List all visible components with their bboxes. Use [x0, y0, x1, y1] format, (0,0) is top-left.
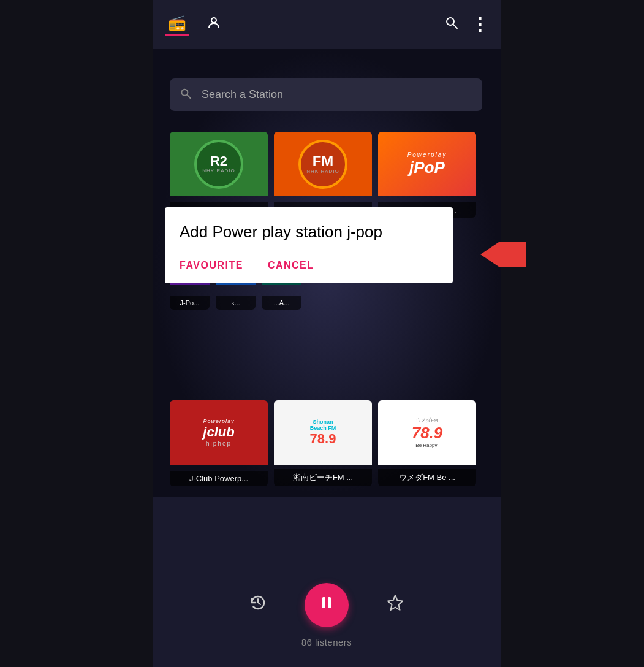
- station-shonan[interactable]: Shonan Beach FM 78.9 湘南ビーチFM ...: [274, 400, 372, 486]
- station-jpop-powerplay[interactable]: Powerplay jPoP J-Pop Powerpl...: [378, 132, 476, 218]
- side-right: [501, 0, 644, 667]
- svg-line-4: [188, 95, 191, 98]
- pause-icon: [317, 593, 336, 616]
- player-controls: [248, 583, 405, 627]
- dialog-actions: FAVOURITE CANCEL: [180, 257, 438, 273]
- station-jpop2-label: J-Po...: [170, 296, 210, 310]
- search-icon[interactable]: [444, 15, 459, 34]
- pause-button[interactable]: [305, 583, 349, 627]
- station-kc-label: k...: [216, 296, 256, 310]
- radio-icon: 📻: [168, 14, 186, 31]
- history-button[interactable]: [248, 593, 268, 617]
- radio-tab[interactable]: 📻: [165, 14, 189, 36]
- favorite-button[interactable]: [385, 593, 405, 617]
- active-tab-indicator: [165, 34, 189, 36]
- listeners-count: 86 listeners: [301, 637, 352, 647]
- header-right: ⋮: [444, 15, 488, 34]
- station-a-label: ...A...: [262, 296, 301, 310]
- station-jclub[interactable]: Powerplay jclub hiphop J-Club Powerp...: [170, 400, 268, 486]
- svg-line-2: [453, 25, 457, 28]
- stations-grid: R2 NHK RADIO NHK R2 FM NHK RADIO NHK FM: [170, 132, 483, 492]
- annotation-arrow-box: [499, 242, 526, 267]
- station-jclub-label: J-Club Powerp...: [170, 471, 268, 486]
- favourite-button[interactable]: FAVOURITE: [180, 257, 243, 273]
- station-umeda-label: ウメダFM Be ...: [378, 469, 476, 486]
- search-placeholder: Search a Station: [202, 88, 283, 101]
- stations-row-1: R2 NHK RADIO NHK R2 FM NHK RADIO NHK FM: [170, 132, 483, 218]
- station-nhk-r2[interactable]: R2 NHK RADIO NHK R2: [170, 132, 268, 218]
- svg-rect-8: [328, 597, 331, 608]
- more-options-icon[interactable]: ⋮: [471, 16, 488, 33]
- station-umeda[interactable]: ウメダFM 78.9 Be Happy! ウメダFM Be ...: [378, 400, 476, 486]
- search-bar[interactable]: Search a Station: [170, 78, 482, 111]
- svg-marker-9: [388, 595, 403, 610]
- player-bar: 86 listeners: [153, 563, 501, 667]
- station-shonan-label: 湘南ビーチFM ...: [274, 469, 372, 486]
- station-nhk-fm[interactable]: FM NHK RADIO NHK FM: [274, 132, 372, 218]
- annotation-arrow-triangle: [480, 242, 499, 267]
- add-station-dialog: Add Power play station j-pop FAVOURITE C…: [165, 207, 453, 283]
- cancel-button[interactable]: CANCEL: [268, 257, 314, 273]
- main-content: Search a Station R2 NHK RADIO NHK R2 FM: [153, 49, 501, 497]
- user-icon[interactable]: [206, 15, 221, 34]
- stations-row-3: Powerplay jclub hiphop J-Club Powerp... …: [170, 400, 483, 486]
- app-header: 📻 ⋮: [153, 0, 501, 49]
- svg-point-1: [447, 18, 454, 25]
- svg-line-6: [258, 603, 260, 604]
- search-bar-icon: [180, 87, 192, 102]
- header-left: 📻: [165, 14, 221, 36]
- side-left: [0, 0, 153, 667]
- annotation-arrow-container: [480, 242, 526, 267]
- svg-point-0: [211, 18, 216, 23]
- dialog-title: Add Power play station j-pop: [180, 222, 438, 243]
- svg-rect-7: [322, 597, 325, 608]
